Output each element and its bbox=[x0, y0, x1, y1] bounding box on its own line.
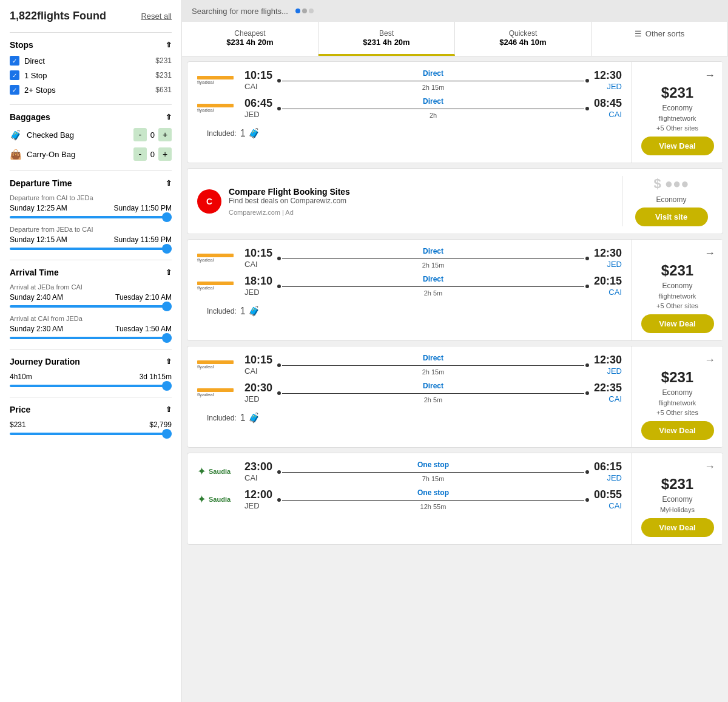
stops-filter-title[interactable]: Stops ⇧ bbox=[10, 40, 172, 50]
card4-route1: flyadeal 10:15 CAI Direct 2h 15m bbox=[197, 354, 622, 376]
journey-duration-title[interactable]: Journey Duration ⇧ bbox=[10, 357, 172, 366]
card5-site: MyHolidays bbox=[660, 506, 695, 513]
card4-view-deal-button[interactable]: View Deal bbox=[641, 421, 714, 440]
card1-r2-depart-airport: JED bbox=[244, 110, 260, 119]
flights-found: 1,822flights Found bbox=[10, 10, 106, 22]
search-text: Searching for more flights... bbox=[192, 7, 288, 16]
dep-from-slider[interactable] bbox=[10, 216, 172, 218]
card1-r1-depart-time: 10:15 bbox=[244, 69, 272, 82]
card3-r2-route-line: Direct 2h 5m bbox=[277, 275, 589, 297]
card4-r2-arrive-time: 22:35 bbox=[594, 382, 622, 394]
carryon-bag-decrement[interactable]: - bbox=[133, 147, 147, 161]
card1-r1-duration: 2h 15m bbox=[422, 84, 445, 91]
reset-all-button[interactable]: Reset all bbox=[141, 12, 172, 21]
tab-best[interactable]: Best $231 4h 20m bbox=[318, 22, 455, 56]
card1-class: Economy bbox=[662, 104, 692, 112]
arr-to-slider[interactable] bbox=[10, 337, 172, 339]
card5-r1-route-line: One stop 7h 15m bbox=[277, 461, 589, 482]
card5-view-deal-button[interactable]: View Deal bbox=[641, 518, 714, 537]
card1-r2-duration: 2h bbox=[430, 112, 437, 119]
tab-other[interactable]: ☰ Other sorts bbox=[592, 22, 728, 56]
1stop-checkbox[interactable]: ✓ bbox=[10, 70, 19, 80]
search-bar: Searching for more flights... bbox=[182, 0, 728, 22]
card1-view-deal-button[interactable]: View Deal bbox=[641, 137, 714, 155]
other-sorts-label: Other sorts bbox=[645, 29, 684, 38]
price-filter-title[interactable]: Price ⇧ bbox=[10, 405, 172, 414]
arr-from-max: Tuesday 2:10 AM bbox=[115, 293, 172, 302]
baggage-icon: 1 🧳 bbox=[240, 412, 260, 424]
card5-r2-depart-airport: JED bbox=[244, 501, 260, 510]
arr-from-label: Arrival at JEDa from CAI bbox=[10, 283, 172, 291]
direct-label: Direct bbox=[24, 56, 45, 66]
chevron-up-icon: ⇧ bbox=[166, 357, 172, 366]
journey-thumb[interactable] bbox=[162, 381, 172, 391]
carryon-bag-icon: 👜 bbox=[10, 149, 22, 160]
arr-from-thumb[interactable] bbox=[162, 302, 172, 311]
share-icon[interactable]: → bbox=[704, 461, 715, 473]
card3-route2: flyadeal 18:10 JED Direct 2h 5m bbox=[197, 275, 622, 297]
card3-r2-arrive-time: 20:15 bbox=[594, 275, 622, 288]
best-value: $231 4h 20m bbox=[328, 38, 445, 47]
card4-r2-depart-time: 20:30 bbox=[244, 382, 272, 394]
baggages-filter-title[interactable]: Baggages ⇧ bbox=[10, 112, 172, 122]
tab-cheapest[interactable]: Cheapest $231 4h 20m bbox=[182, 22, 318, 56]
card1-r2-arrive-time: 08:45 bbox=[594, 97, 622, 110]
card1-r2-arrive-airport: CAI bbox=[608, 110, 622, 119]
direct-price: $231 bbox=[155, 56, 172, 65]
dot-1 bbox=[295, 8, 300, 13]
journey-slider[interactable] bbox=[10, 385, 172, 387]
dep-to-max: Sunday 11:59 PM bbox=[114, 235, 172, 244]
chevron-up-icon: ⇧ bbox=[166, 41, 172, 49]
card5-r1-duration: 7h 15m bbox=[422, 475, 445, 482]
card1-r1-depart-airport: CAI bbox=[244, 82, 258, 91]
2plus-label: 2+ Stops bbox=[24, 86, 56, 95]
card3-r1-route-line: Direct 2h 15m bbox=[277, 247, 589, 269]
flight-card-4: flyadeal 10:15 CAI Direct 2h 15m bbox=[187, 346, 723, 448]
tab-quickest[interactable]: Quickest $246 4h 10m bbox=[455, 22, 592, 56]
card4-r1-arrive-time: 12:30 bbox=[594, 354, 622, 366]
journey-max: 3d 1h15m bbox=[140, 373, 172, 381]
share-icon[interactable]: → bbox=[704, 247, 715, 260]
checked-bag-decrement[interactable]: - bbox=[133, 128, 147, 141]
share-icon[interactable]: → bbox=[704, 69, 715, 82]
card1-r1-arrive-time: 12:30 bbox=[594, 69, 622, 82]
dep-to-slider[interactable] bbox=[10, 248, 172, 250]
card3-view-deal-button[interactable]: View Deal bbox=[641, 314, 714, 333]
carryon-bag-increment[interactable]: + bbox=[158, 147, 172, 161]
dep-to-thumb[interactable] bbox=[162, 244, 172, 254]
departure-time-title[interactable]: Departure Time ⇧ bbox=[10, 178, 172, 188]
best-label: Best bbox=[328, 29, 445, 38]
card3-r2-arrive-airport: CAI bbox=[608, 288, 622, 297]
main-content: Searching for more flights... Cheapest $… bbox=[182, 0, 728, 702]
chevron-up-icon: ⇧ bbox=[166, 113, 172, 121]
journey-duration-filter: Journey Duration ⇧ 4h10m 3d 1h15m bbox=[10, 357, 172, 387]
card5-routes: ✦ Saudia 23:00 CAI One stop bbox=[187, 453, 632, 544]
arr-from-slider[interactable] bbox=[10, 305, 172, 308]
saudia-logo-2: ✦ Saudia bbox=[197, 493, 240, 506]
arrival-time-title[interactable]: Arrival Time ⇧ bbox=[10, 268, 172, 277]
dep-to-label: Departure from JEDa to CAI bbox=[10, 226, 172, 233]
carryon-bag-label: Carry-On Bag bbox=[27, 150, 75, 159]
arrival-time-filter: Arrival Time ⇧ Arrival at JEDa from CAI … bbox=[10, 268, 172, 339]
card1-route2: flyadeal 06:45 JED Direct 2h bbox=[197, 97, 622, 119]
card3-price: $231 bbox=[661, 262, 693, 279]
dep-from-thumb[interactable] bbox=[162, 212, 172, 222]
card1-routes: flyadeal 10:15 CAI Direct 2h 15m bbox=[187, 62, 632, 163]
price-max: $2,799 bbox=[149, 420, 172, 429]
card4-included: Included: 1 🧳 bbox=[197, 410, 622, 428]
price-thumb[interactable] bbox=[162, 429, 172, 439]
card5-route2: ✦ Saudia 12:00 JED One stop bbox=[197, 488, 622, 510]
card4-r1-depart-airport: CAI bbox=[244, 366, 258, 376]
card4-routes: flyadeal 10:15 CAI Direct 2h 15m bbox=[187, 346, 632, 447]
checked-bag-increment[interactable]: + bbox=[158, 128, 172, 141]
card5-r2-arrive-airport: CAI bbox=[608, 501, 622, 510]
card4-r2-depart-airport: JED bbox=[244, 394, 260, 403]
card5-r1-arrive-time: 06:15 bbox=[594, 461, 622, 473]
direct-checkbox[interactable]: ✓ bbox=[10, 56, 19, 66]
price-slider[interactable] bbox=[10, 433, 172, 435]
arr-to-thumb[interactable] bbox=[162, 333, 172, 343]
dot-2 bbox=[302, 8, 307, 13]
share-icon[interactable]: → bbox=[704, 354, 715, 366]
2plus-checkbox[interactable]: ✓ bbox=[10, 85, 19, 95]
visit-site-button[interactable]: Visit site bbox=[635, 208, 708, 226]
